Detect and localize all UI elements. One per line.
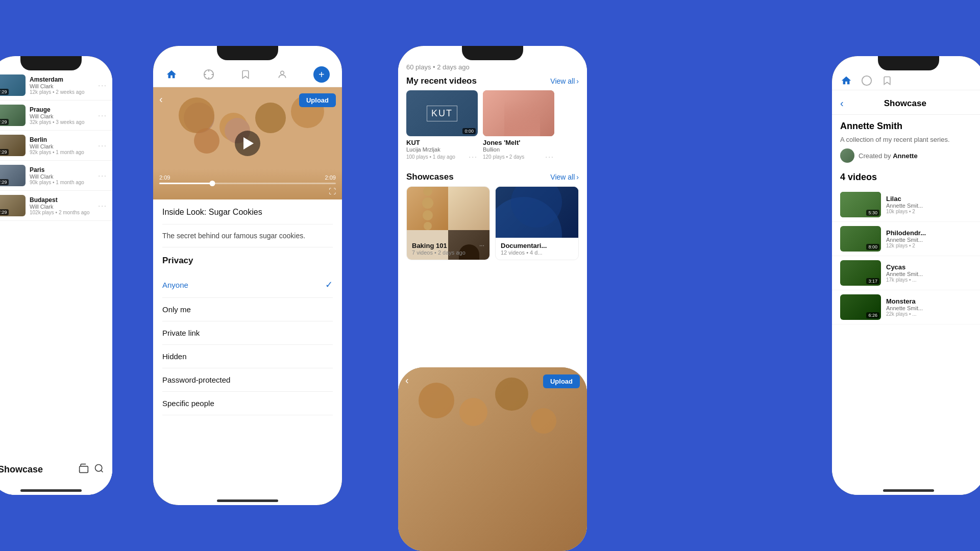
video-info: Cycas Annette Smit... 17k plays • ...	[886, 263, 977, 283]
showcase-video-item[interactable]: 8:00 Philodendr... Annette Smit... 12k p…	[832, 222, 980, 256]
list-item[interactable]: 7:29 Amsterdam Will Clark 12k plays • 2 …	[0, 70, 112, 101]
privacy-option-password[interactable]: Password-protected	[162, 368, 333, 392]
upload-button[interactable]: Upload	[299, 93, 336, 107]
more-options-button[interactable]: ···	[98, 81, 107, 89]
video-card[interactable]: Jones 'Melt' Bullion 120 plays • 2 days …	[483, 90, 554, 161]
video-list: 7:29 Amsterdam Will Clark 12k plays • 2 …	[0, 70, 112, 495]
back-button[interactable]: ‹	[159, 93, 163, 105]
author-row: Annette Smith	[832, 115, 980, 135]
more-options-button[interactable]: ···	[98, 141, 107, 149]
nav-home-icon[interactable]	[840, 74, 852, 87]
section-header: My recent videos View all ›	[398, 71, 587, 90]
nav-saved-icon[interactable]	[239, 68, 252, 81]
list-item[interactable]: 7:29 Budapest Will Clark 102k plays • 2 …	[0, 191, 112, 221]
chevron-right-icon: ›	[576, 173, 579, 181]
video-meta: 12k plays • 2 weeks ago	[30, 89, 94, 95]
video-title: Prauge	[30, 106, 94, 113]
showcase-title: Documentari...	[501, 242, 547, 249]
privacy-option-anyone[interactable]: Anyone ✓	[162, 272, 333, 298]
video-thumbnail: 6:26	[840, 294, 881, 320]
showcase-card-documentaries[interactable]: Documentari... 12 videos • 4 d...	[495, 186, 579, 260]
showcase-thumbnail	[407, 187, 489, 238]
video-thumbnail: 7:29	[0, 74, 26, 96]
phone-notch	[20, 56, 82, 70]
view-all-button[interactable]: View all ›	[550, 173, 579, 181]
video-description: The secret behind our famous sugar cooki…	[162, 224, 333, 247]
header-plays: 60 plays • 2 days ago	[398, 60, 587, 71]
privacy-label: Anyone	[162, 281, 188, 289]
video-card[interactable]: KUT 0:00 KUT Lucija Mrzljak 100 plays • …	[406, 90, 478, 161]
svg-point-2	[95, 464, 102, 471]
video-title: Inside Look: Sugar Cookies	[162, 208, 333, 224]
svg-point-4	[281, 71, 284, 74]
svg-rect-1	[80, 466, 88, 472]
video-author: Annette Smit...	[886, 305, 977, 311]
home-bar	[883, 489, 934, 492]
more-options-button[interactable]: ···	[98, 202, 107, 210]
more-options-button[interactable]: ···	[98, 171, 107, 180]
more-options-button[interactable]: ···	[469, 153, 478, 161]
kut-logo: KUT	[427, 106, 457, 121]
nav-add-button[interactable]: +	[313, 66, 330, 83]
video-player: Upload ‹ 2:09 2:09 ⛶	[153, 87, 342, 199]
privacy-option-only-me[interactable]: Only me	[162, 298, 333, 321]
video-thumbnail: 7:29	[0, 105, 26, 126]
showcase-video-item[interactable]: 6:26 Monstera Annette Smit... 22k plays …	[832, 290, 980, 324]
video-thumbnail: 8:00	[840, 226, 881, 252]
privacy-option-specific[interactable]: Specific people	[162, 392, 333, 415]
video-meta: 12k plays • 2	[886, 243, 977, 248]
progress-handle[interactable]	[209, 181, 215, 186]
view-all-button[interactable]: View all ›	[550, 77, 579, 85]
nav-explore-icon[interactable]	[861, 74, 873, 87]
video-duration: 0:00	[462, 128, 476, 134]
showcase-card-baking[interactable]: Baking 101 ··· 7 videos • 2 days ago	[406, 186, 490, 260]
video-meta: 92k plays • 1 month ago	[30, 149, 94, 155]
phone-notch	[462, 46, 523, 60]
showcase-video-item[interactable]: 3:17 Cycas Annette Smit... 17k plays • .…	[832, 256, 980, 290]
list-item[interactable]: 7:29 Prauge Will Clark 32k plays • 3 wee…	[0, 101, 112, 131]
nav-profile-icon[interactable]	[276, 68, 288, 81]
video-meta: 102k plays • 2 months ago	[30, 210, 94, 215]
progress-bar[interactable]: 2:09 2:09	[159, 174, 336, 184]
phone-center: + Upload ‹ 2:09 2:09	[153, 46, 342, 505]
video-info: Berlin Will Clark 92k plays • 1 month ag…	[26, 136, 98, 155]
more-options-button[interactable]: ···	[98, 111, 107, 119]
play-button[interactable]	[235, 131, 260, 156]
nav-home-icon[interactable]	[165, 68, 178, 81]
showcase-thumbnail	[496, 187, 578, 238]
list-item[interactable]: 7:29 Berlin Will Clark 92k plays • 1 mon…	[0, 131, 112, 161]
nav-explore-icon[interactable]	[203, 68, 215, 81]
fullscreen-button[interactable]: ⛶	[329, 187, 336, 195]
video-title: Berlin	[30, 136, 94, 143]
upload-button[interactable]: Upload	[543, 374, 580, 388]
home-bar	[217, 499, 278, 502]
more-options-button[interactable]: ···	[545, 153, 554, 161]
total-time: 2:09	[325, 174, 336, 181]
showcase-page-title: Showcase	[849, 98, 962, 109]
creator-avatar	[840, 148, 854, 163]
search-icon[interactable]	[94, 463, 104, 476]
video-author: Will Clark	[30, 173, 94, 180]
cast-icon[interactable]	[79, 463, 89, 476]
back-button[interactable]: ‹	[840, 97, 844, 109]
nav-saved-icon[interactable]	[881, 74, 893, 87]
section-title: My recent videos	[406, 76, 477, 86]
progress-track[interactable]	[159, 183, 336, 184]
documentary-thumb	[496, 187, 578, 238]
privacy-option-private-link[interactable]: Private link	[162, 321, 333, 345]
phone-left: 7:29 Amsterdam Will Clark 12k plays • 2 …	[0, 56, 112, 495]
video-author: Will Clark	[30, 143, 94, 149]
section-title: Showcases	[406, 172, 454, 182]
svg-point-7	[862, 76, 871, 85]
video-author: Will Clark	[30, 83, 94, 89]
privacy-label: Only me	[162, 305, 191, 314]
more-options-button[interactable]: ···	[479, 242, 484, 249]
video-author: Will Clark	[30, 204, 94, 210]
showcase-meta: 12 videos • 4 d...	[501, 249, 573, 256]
list-item[interactable]: 7:29 Paris Will Clark 90k plays • 1 mont…	[0, 161, 112, 191]
back-button[interactable]: ‹	[405, 374, 409, 386]
privacy-option-hidden[interactable]: Hidden	[162, 345, 333, 368]
video-details: Inside Look: Sugar Cookies The secret be…	[153, 199, 342, 432]
video-duration: 7:29	[0, 119, 9, 125]
showcase-video-item[interactable]: 5:30 Lilac Annette Smit... 10k plays • 2	[832, 188, 980, 222]
